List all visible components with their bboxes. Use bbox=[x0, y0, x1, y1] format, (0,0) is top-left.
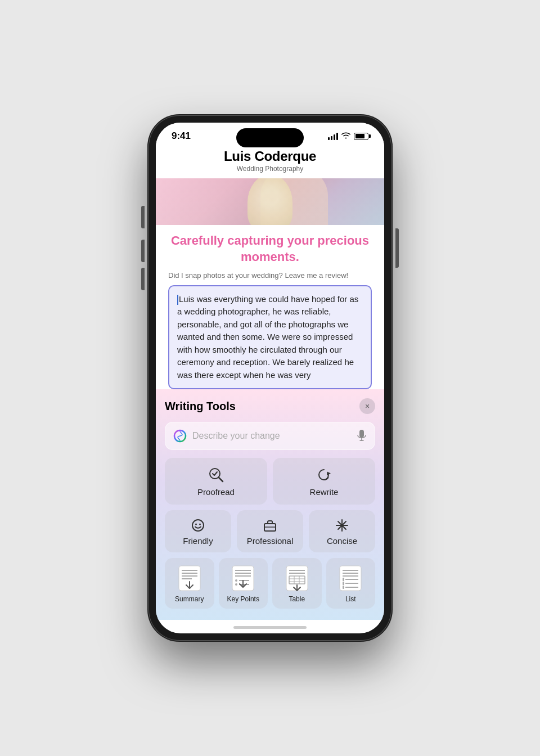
svg-rect-48 bbox=[343, 582, 344, 585]
svg-marker-6 bbox=[325, 471, 331, 476]
svg-rect-1 bbox=[359, 430, 364, 438]
microphone-icon[interactable] bbox=[357, 430, 367, 442]
review-text-box[interactable]: Luis was everything we could have hoped … bbox=[168, 285, 372, 390]
text-cursor bbox=[177, 295, 178, 305]
svg-point-9 bbox=[199, 524, 201, 525]
svg-line-5 bbox=[219, 478, 223, 482]
signal-icon bbox=[328, 132, 338, 140]
list-button[interactable]: List bbox=[326, 558, 376, 609]
summary-label: Summary bbox=[175, 595, 204, 603]
svg-point-16 bbox=[341, 524, 343, 526]
svg-point-29 bbox=[235, 583, 237, 586]
list-doc-icon bbox=[339, 565, 362, 592]
svg-point-7 bbox=[192, 520, 204, 531]
phone-screen: 9:41 Luis Coderque Wedding Photography bbox=[156, 123, 384, 633]
proofread-label: Proofread bbox=[197, 487, 235, 497]
key-points-doc-icon bbox=[231, 565, 255, 592]
battery-icon bbox=[354, 133, 368, 140]
svg-point-8 bbox=[195, 524, 197, 525]
rewrite-button[interactable]: Rewrite bbox=[273, 458, 375, 505]
concise-icon bbox=[335, 518, 349, 533]
page-headline: Carefully capturing your precious moment… bbox=[168, 233, 372, 265]
concise-button[interactable]: Concise bbox=[309, 510, 375, 552]
svg-point-27 bbox=[235, 579, 237, 582]
writing-tools-row-3: Summary bbox=[165, 558, 375, 609]
apple-intelligence-icon bbox=[173, 429, 187, 443]
table-doc-icon bbox=[285, 565, 309, 592]
writing-tools-row-1: Proofread Rewrite bbox=[165, 458, 375, 505]
app-header: Luis Coderque Wedding Photography bbox=[156, 146, 384, 178]
app-subtitle: Wedding Photography bbox=[167, 165, 373, 173]
proofread-button[interactable]: Proofread bbox=[165, 458, 267, 505]
describe-placeholder: Describe your change bbox=[192, 431, 351, 441]
page-content: Carefully capturing your precious moment… bbox=[156, 225, 384, 389]
writing-tools-close-button[interactable]: × bbox=[359, 398, 375, 414]
friendly-icon bbox=[191, 518, 205, 533]
professional-label: Professional bbox=[247, 536, 294, 546]
professional-icon bbox=[263, 518, 277, 533]
svg-rect-50 bbox=[343, 586, 344, 589]
summary-button[interactable]: Summary bbox=[165, 558, 214, 609]
dynamic-island bbox=[236, 128, 304, 147]
key-points-label: Key Points bbox=[227, 595, 259, 603]
writing-tools-panel: Writing Tools × bbox=[156, 389, 384, 620]
professional-button[interactable]: Professional bbox=[237, 510, 303, 552]
table-button[interactable]: Table bbox=[272, 558, 322, 609]
review-text: Luis was everything we could have hoped … bbox=[177, 294, 358, 380]
friendly-button[interactable]: Friendly bbox=[165, 510, 231, 552]
writing-tools-header: Writing Tools × bbox=[165, 398, 375, 414]
friendly-label: Friendly bbox=[183, 536, 213, 546]
home-indicator bbox=[156, 620, 384, 633]
status-icons bbox=[328, 132, 368, 141]
page-subtext: Did I snap photos at your wedding? Leave… bbox=[168, 271, 372, 280]
svg-rect-46 bbox=[343, 578, 344, 581]
rewrite-label: Rewrite bbox=[310, 487, 339, 497]
status-bar: 9:41 bbox=[156, 123, 384, 146]
proofread-icon bbox=[208, 467, 224, 483]
writing-tools-title: Writing Tools bbox=[165, 400, 236, 413]
phone-frame: 9:41 Luis Coderque Wedding Photography bbox=[149, 116, 391, 640]
concise-label: Concise bbox=[327, 536, 357, 546]
table-label: Table bbox=[289, 595, 305, 603]
status-time: 9:41 bbox=[172, 130, 191, 142]
key-points-button[interactable]: Key Points bbox=[219, 558, 268, 609]
rewrite-icon bbox=[316, 467, 332, 483]
summary-doc-icon bbox=[178, 565, 201, 592]
describe-change-input[interactable]: Describe your change bbox=[165, 422, 375, 450]
list-label: List bbox=[345, 595, 356, 603]
writing-tools-row-2: Friendly Professional bbox=[165, 510, 375, 552]
app-title: Luis Coderque bbox=[167, 148, 373, 164]
wifi-icon bbox=[341, 132, 350, 141]
hero-image bbox=[156, 178, 384, 225]
